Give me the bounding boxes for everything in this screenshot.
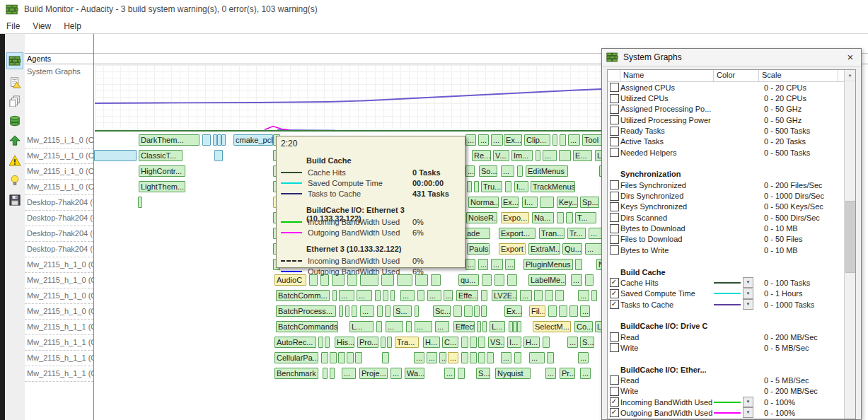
task-bar[interactable]: Qu... bbox=[562, 243, 582, 255]
warnings-icon[interactable] bbox=[7, 153, 23, 168]
task-bar-small[interactable] bbox=[560, 134, 566, 146]
build-progress-icon[interactable] bbox=[7, 53, 23, 69]
task-bar-small[interactable] bbox=[534, 290, 543, 301]
task-bar[interactable]: L... bbox=[490, 321, 505, 332]
checkbox-unchecked[interactable] bbox=[610, 332, 619, 342]
series-name[interactable]: Bytes to Download bbox=[620, 224, 714, 233]
series-name[interactable]: Saved Compute Time bbox=[620, 289, 714, 298]
task-bar[interactable]: ... bbox=[444, 368, 455, 379]
task-bar[interactable]: I... bbox=[514, 181, 528, 192]
checkbox-unchecked[interactable] bbox=[610, 105, 619, 114]
checkbox-unchecked[interactable] bbox=[610, 94, 619, 103]
task-bar[interactable]: Export bbox=[499, 243, 526, 255]
agent-row[interactable]: Mw_2115_h_1_0 (C bbox=[25, 273, 93, 288]
task-bar[interactable]: ... bbox=[505, 259, 515, 270]
task-bar[interactable]: So... bbox=[479, 165, 497, 177]
task-bar-small[interactable] bbox=[94, 150, 137, 161]
checkbox-unchecked[interactable] bbox=[610, 224, 619, 233]
task-bar-small[interactable] bbox=[543, 337, 550, 348]
task-bar[interactable]: BatchComm... bbox=[276, 290, 330, 301]
series-name[interactable]: Write bbox=[620, 387, 714, 395]
checkbox-unchecked[interactable] bbox=[610, 115, 619, 124]
task-bar-small[interactable] bbox=[481, 305, 487, 317]
series-name[interactable]: Assigned CPUs bbox=[620, 83, 714, 92]
name-column-header[interactable]: Name bbox=[620, 70, 714, 81]
task-bar[interactable]: ExtraM... bbox=[528, 243, 560, 255]
task-bar[interactable]: S... bbox=[393, 305, 412, 317]
task-bar-small[interactable] bbox=[330, 368, 335, 379]
task-bar-small[interactable] bbox=[470, 352, 477, 363]
task-bar-small[interactable] bbox=[377, 305, 383, 317]
task-bar-small[interactable] bbox=[477, 321, 481, 332]
task-bar-small[interactable] bbox=[325, 337, 330, 348]
task-bar-small[interactable] bbox=[453, 305, 462, 317]
series-name[interactable]: Assigned Processing Po... bbox=[620, 105, 714, 113]
system-graphs-titlebar[interactable]: System Graphs × bbox=[602, 49, 861, 66]
color-dropdown-icon[interactable]: ▼ bbox=[743, 407, 753, 418]
task-bar[interactable]: Clip... bbox=[524, 134, 550, 146]
task-bar[interactable]: ... bbox=[360, 305, 374, 317]
task-bar[interactable]: ... bbox=[478, 134, 489, 146]
task-bar[interactable]: Pro... bbox=[357, 337, 378, 348]
task-bar-small[interactable] bbox=[202, 134, 211, 146]
checkbox-checked[interactable]: ✓ bbox=[610, 278, 619, 287]
agent-row[interactable]: Desktop-7hak204 (C bbox=[25, 211, 93, 226]
color-dropdown-icon[interactable]: ▼ bbox=[743, 277, 753, 288]
checkbox-unchecked[interactable] bbox=[610, 180, 619, 189]
color-column-header[interactable]: Color bbox=[714, 70, 759, 81]
task-bar-small[interactable] bbox=[536, 150, 540, 161]
task-bar[interactable]: ... bbox=[435, 321, 449, 332]
task-bar[interactable]: ... bbox=[567, 337, 578, 348]
checkbox-unchecked[interactable] bbox=[610, 137, 619, 146]
task-bar[interactable]: LV2E... bbox=[492, 290, 517, 301]
task-bar-small[interactable] bbox=[321, 352, 328, 363]
agent-row[interactable]: Mw_2115_h_1_1 (C bbox=[25, 335, 93, 351]
task-bar[interactable]: ... bbox=[491, 134, 503, 146]
series-name[interactable]: Read bbox=[620, 376, 714, 385]
task-bar[interactable]: ... bbox=[529, 352, 545, 363]
checkbox-unchecked[interactable] bbox=[610, 375, 619, 385]
task-bar-small[interactable] bbox=[138, 197, 142, 208]
task-bar-small[interactable] bbox=[585, 274, 594, 286]
task-bar-small[interactable] bbox=[470, 337, 477, 348]
task-bar[interactable]: Co... bbox=[574, 321, 593, 332]
task-bar[interactable]: ... bbox=[414, 352, 424, 363]
task-bar[interactable]: LightThem... bbox=[139, 181, 185, 192]
task-bar-small[interactable] bbox=[355, 352, 362, 363]
task-bar-small[interactable] bbox=[555, 290, 564, 301]
task-bar-small[interactable] bbox=[566, 212, 573, 223]
task-bar-small[interactable] bbox=[540, 197, 554, 208]
task-bar[interactable]: Key... bbox=[557, 197, 578, 208]
color-dropdown-icon[interactable]: ▼ bbox=[743, 397, 753, 407]
series-name[interactable]: Write bbox=[620, 344, 714, 352]
task-bar-small[interactable] bbox=[517, 321, 521, 332]
task-bar[interactable]: EditMenus bbox=[526, 165, 568, 177]
task-bar-small[interactable] bbox=[461, 352, 468, 363]
projects-icon[interactable] bbox=[7, 93, 23, 109]
checkbox-unchecked[interactable] bbox=[610, 213, 619, 222]
task-bar-small[interactable] bbox=[221, 134, 226, 146]
task-bar[interactable]: Wa... bbox=[405, 368, 424, 379]
task-bar[interactable]: ... bbox=[427, 352, 437, 363]
task-bar-small[interactable] bbox=[347, 352, 354, 363]
task-bar[interactable]: NoiseR... bbox=[466, 212, 497, 223]
task-bar[interactable]: Expo... bbox=[501, 212, 529, 223]
task-bar[interactable]: ... bbox=[478, 259, 488, 270]
task-bar[interactable]: Ex... bbox=[504, 305, 522, 317]
series-name[interactable]: Outgoing BandWidth Used bbox=[620, 409, 714, 417]
agents-column-header[interactable]: Agents bbox=[25, 53, 93, 64]
task-bar[interactable]: CellularPa... bbox=[274, 352, 318, 363]
task-bar-small[interactable] bbox=[376, 321, 382, 332]
task-bar[interactable]: I... bbox=[507, 337, 521, 348]
task-bar-small[interactable] bbox=[383, 290, 388, 301]
series-name[interactable]: Dirs Synchronized bbox=[620, 192, 714, 200]
task-bar[interactable]: AutoRec... bbox=[274, 337, 316, 348]
series-name[interactable]: Needed Helpers bbox=[620, 148, 714, 157]
task-bar[interactable]: VS... bbox=[488, 337, 504, 348]
task-bar[interactable]: ... bbox=[342, 368, 356, 379]
task-bar-small[interactable] bbox=[481, 290, 487, 301]
task-bar[interactable]: Tran... bbox=[539, 228, 565, 239]
series-name[interactable]: Incoming BandWidth Used bbox=[620, 398, 714, 407]
task-bar[interactable]: ... bbox=[501, 352, 511, 363]
task-bar[interactable]: V... bbox=[493, 150, 509, 161]
